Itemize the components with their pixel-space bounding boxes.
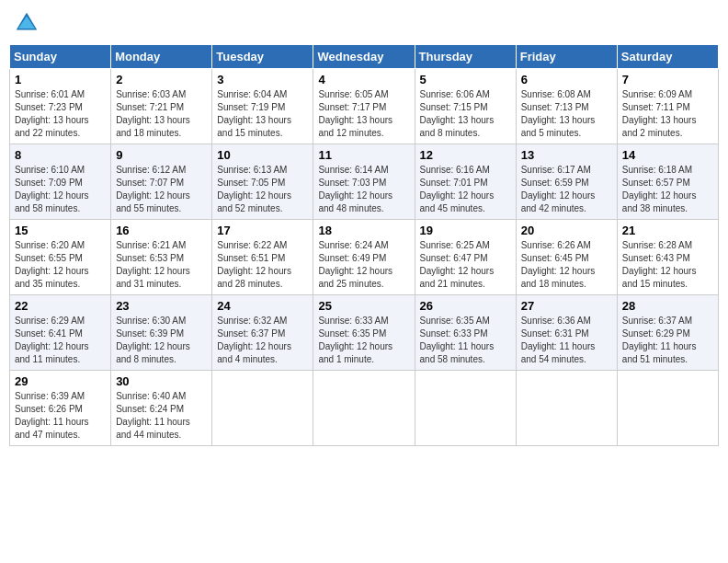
calendar-cell: 18Sunrise: 6:24 AM Sunset: 6:49 PM Dayli… <box>313 220 415 295</box>
calendar: SundayMondayTuesdayWednesdayThursdayFrid… <box>9 44 719 446</box>
calendar-cell: 11Sunrise: 6:14 AM Sunset: 7:03 PM Dayli… <box>313 144 415 220</box>
day-header-friday: Friday <box>516 45 617 69</box>
day-number: 27 <box>521 299 612 313</box>
calendar-week-2: 8Sunrise: 6:10 AM Sunset: 7:09 PM Daylig… <box>10 144 719 220</box>
day-number: 15 <box>15 224 106 237</box>
day-info: Sunrise: 6:35 AM Sunset: 6:33 PM Dayligh… <box>420 315 511 366</box>
day-number: 14 <box>622 148 713 162</box>
calendar-cell: 28Sunrise: 6:37 AM Sunset: 6:29 PM Dayli… <box>617 295 718 371</box>
day-info: Sunrise: 6:33 AM Sunset: 6:35 PM Dayligh… <box>318 315 409 366</box>
calendar-cell: 7Sunrise: 6:09 AM Sunset: 7:11 PM Daylig… <box>617 69 718 144</box>
day-number: 18 <box>318 224 409 237</box>
day-header-sunday: Sunday <box>10 45 111 69</box>
calendar-cell <box>516 371 617 446</box>
calendar-week-1: 1Sunrise: 6:01 AM Sunset: 7:23 PM Daylig… <box>10 69 719 144</box>
day-info: Sunrise: 6:21 AM Sunset: 6:53 PM Dayligh… <box>116 239 207 291</box>
day-number: 2 <box>116 73 207 86</box>
calendar-cell: 9Sunrise: 6:12 AM Sunset: 7:07 PM Daylig… <box>111 144 212 220</box>
day-info: Sunrise: 6:18 AM Sunset: 6:57 PM Dayligh… <box>622 164 713 215</box>
calendar-cell: 13Sunrise: 6:17 AM Sunset: 6:59 PM Dayli… <box>516 144 617 220</box>
day-info: Sunrise: 6:09 AM Sunset: 7:11 PM Dayligh… <box>622 88 713 140</box>
calendar-cell: 16Sunrise: 6:21 AM Sunset: 6:53 PM Dayli… <box>111 220 212 295</box>
day-number: 12 <box>420 148 511 162</box>
calendar-week-5: 29Sunrise: 6:39 AM Sunset: 6:26 PM Dayli… <box>10 371 719 446</box>
calendar-cell: 3Sunrise: 6:04 AM Sunset: 7:19 PM Daylig… <box>212 69 313 144</box>
day-info: Sunrise: 6:01 AM Sunset: 7:23 PM Dayligh… <box>15 88 106 140</box>
day-info: Sunrise: 6:28 AM Sunset: 6:43 PM Dayligh… <box>622 239 713 291</box>
day-header-monday: Monday <box>111 45 212 69</box>
calendar-cell: 29Sunrise: 6:39 AM Sunset: 6:26 PM Dayli… <box>10 371 111 446</box>
day-info: Sunrise: 6:16 AM Sunset: 7:01 PM Dayligh… <box>420 164 511 215</box>
day-number: 23 <box>116 299 207 313</box>
day-header-tuesday: Tuesday <box>212 45 313 69</box>
day-number: 28 <box>622 299 713 313</box>
calendar-cell <box>212 371 313 446</box>
calendar-cell: 19Sunrise: 6:25 AM Sunset: 6:47 PM Dayli… <box>415 220 516 295</box>
day-number: 30 <box>116 374 207 388</box>
calendar-cell: 5Sunrise: 6:06 AM Sunset: 7:15 PM Daylig… <box>415 69 516 144</box>
day-info: Sunrise: 6:14 AM Sunset: 7:03 PM Dayligh… <box>318 164 409 215</box>
day-number: 26 <box>420 299 511 313</box>
calendar-cell: 21Sunrise: 6:28 AM Sunset: 6:43 PM Dayli… <box>617 220 718 295</box>
day-number: 17 <box>217 224 308 237</box>
calendar-cell: 23Sunrise: 6:30 AM Sunset: 6:39 PM Dayli… <box>111 295 212 371</box>
calendar-cell: 14Sunrise: 6:18 AM Sunset: 6:57 PM Dayli… <box>617 144 718 220</box>
logo <box>13 9 44 37</box>
day-info: Sunrise: 6:25 AM Sunset: 6:47 PM Dayligh… <box>420 239 511 291</box>
day-info: Sunrise: 6:22 AM Sunset: 6:51 PM Dayligh… <box>217 239 308 291</box>
calendar-cell: 17Sunrise: 6:22 AM Sunset: 6:51 PM Dayli… <box>212 220 313 295</box>
calendar-cell: 26Sunrise: 6:35 AM Sunset: 6:33 PM Dayli… <box>415 295 516 371</box>
calendar-week-4: 22Sunrise: 6:29 AM Sunset: 6:41 PM Dayli… <box>10 295 719 371</box>
day-info: Sunrise: 6:03 AM Sunset: 7:21 PM Dayligh… <box>116 88 207 140</box>
day-number: 7 <box>622 73 713 86</box>
calendar-cell: 10Sunrise: 6:13 AM Sunset: 7:05 PM Dayli… <box>212 144 313 220</box>
calendar-week-3: 15Sunrise: 6:20 AM Sunset: 6:55 PM Dayli… <box>10 220 719 295</box>
day-info: Sunrise: 6:29 AM Sunset: 6:41 PM Dayligh… <box>15 315 106 366</box>
day-header-thursday: Thursday <box>415 45 516 69</box>
calendar-cell: 15Sunrise: 6:20 AM Sunset: 6:55 PM Dayli… <box>10 220 111 295</box>
day-info: Sunrise: 6:40 AM Sunset: 6:24 PM Dayligh… <box>116 390 207 442</box>
day-number: 22 <box>15 299 106 313</box>
calendar-cell <box>415 371 516 446</box>
calendar-cell: 2Sunrise: 6:03 AM Sunset: 7:21 PM Daylig… <box>111 69 212 144</box>
day-info: Sunrise: 6:39 AM Sunset: 6:26 PM Dayligh… <box>15 390 106 442</box>
day-number: 16 <box>116 224 207 237</box>
day-number: 10 <box>217 148 308 162</box>
day-info: Sunrise: 6:17 AM Sunset: 6:59 PM Dayligh… <box>521 164 612 215</box>
calendar-cell: 25Sunrise: 6:33 AM Sunset: 6:35 PM Dayli… <box>313 295 415 371</box>
calendar-cell: 6Sunrise: 6:08 AM Sunset: 7:13 PM Daylig… <box>516 69 617 144</box>
day-number: 5 <box>420 73 511 86</box>
day-number: 4 <box>318 73 409 86</box>
day-info: Sunrise: 6:10 AM Sunset: 7:09 PM Dayligh… <box>15 164 106 215</box>
calendar-cell: 24Sunrise: 6:32 AM Sunset: 6:37 PM Dayli… <box>212 295 313 371</box>
day-number: 20 <box>521 224 612 237</box>
day-number: 9 <box>116 148 207 162</box>
day-number: 1 <box>15 73 106 86</box>
day-number: 11 <box>318 148 409 162</box>
day-info: Sunrise: 6:13 AM Sunset: 7:05 PM Dayligh… <box>217 164 308 215</box>
calendar-cell: 12Sunrise: 6:16 AM Sunset: 7:01 PM Dayli… <box>415 144 516 220</box>
day-info: Sunrise: 6:12 AM Sunset: 7:07 PM Dayligh… <box>116 164 207 215</box>
day-number: 8 <box>15 148 106 162</box>
calendar-cell: 20Sunrise: 6:26 AM Sunset: 6:45 PM Dayli… <box>516 220 617 295</box>
day-number: 25 <box>318 299 409 313</box>
day-info: Sunrise: 6:20 AM Sunset: 6:55 PM Dayligh… <box>15 239 106 291</box>
day-info: Sunrise: 6:36 AM Sunset: 6:31 PM Dayligh… <box>521 315 612 366</box>
day-number: 29 <box>15 374 106 388</box>
calendar-cell: 4Sunrise: 6:05 AM Sunset: 7:17 PM Daylig… <box>313 69 415 144</box>
day-number: 13 <box>521 148 612 162</box>
day-info: Sunrise: 6:26 AM Sunset: 6:45 PM Dayligh… <box>521 239 612 291</box>
day-number: 24 <box>217 299 308 313</box>
day-header-saturday: Saturday <box>617 45 718 69</box>
calendar-cell: 1Sunrise: 6:01 AM Sunset: 7:23 PM Daylig… <box>10 69 111 144</box>
calendar-header-row: SundayMondayTuesdayWednesdayThursdayFrid… <box>10 45 719 69</box>
day-number: 3 <box>217 73 308 86</box>
day-info: Sunrise: 6:08 AM Sunset: 7:13 PM Dayligh… <box>521 88 612 140</box>
calendar-cell <box>617 371 718 446</box>
day-number: 21 <box>622 224 713 237</box>
calendar-cell <box>313 371 415 446</box>
day-header-wednesday: Wednesday <box>313 45 415 69</box>
day-info: Sunrise: 6:05 AM Sunset: 7:17 PM Dayligh… <box>318 88 409 140</box>
day-info: Sunrise: 6:06 AM Sunset: 7:15 PM Dayligh… <box>420 88 511 140</box>
calendar-cell: 8Sunrise: 6:10 AM Sunset: 7:09 PM Daylig… <box>10 144 111 220</box>
